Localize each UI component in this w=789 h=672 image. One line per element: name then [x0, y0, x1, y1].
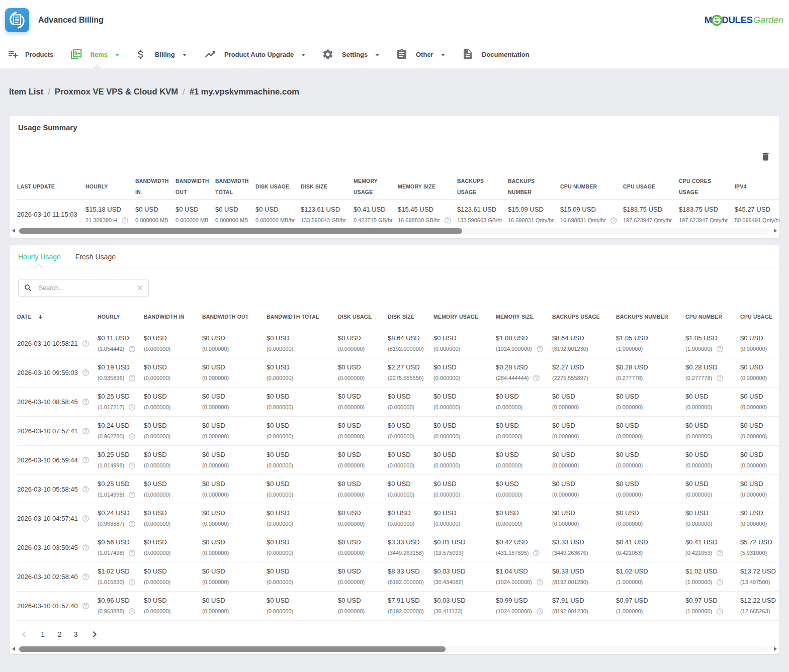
svg-text:9+: 9+: [74, 50, 80, 56]
